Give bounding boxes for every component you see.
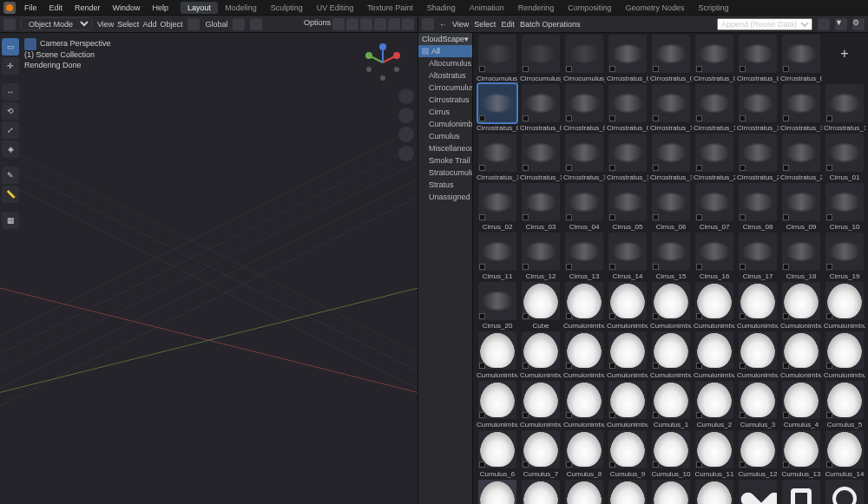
asset-item[interactable]: Cirrus_01 <box>824 134 865 181</box>
asset-thumbnail[interactable] <box>478 183 516 221</box>
asset-grid[interactable]: Cirrocumulus_20Cirrocumulus_21Cirrocumul… <box>473 33 868 504</box>
asset-thumbnail[interactable]: + <box>825 35 864 73</box>
asset-thumbnail[interactable] <box>782 381 820 419</box>
asset-item[interactable]: Cumulus_6 <box>477 430 518 478</box>
nav-gizmo[interactable] <box>364 43 402 82</box>
asset-thumbnail[interactable] <box>739 430 777 468</box>
asset-thumbnail[interactable] <box>652 381 690 419</box>
asset-item[interactable]: Cirrus_12 <box>520 232 562 280</box>
asset-thumbnail[interactable] <box>695 84 733 122</box>
tab-compositing[interactable]: Compositing <box>561 2 618 14</box>
asset-thumbnail[interactable] <box>652 183 690 221</box>
asset-thumbnail[interactable] <box>782 282 820 320</box>
asset-thumbnail[interactable] <box>565 134 603 172</box>
asset-thumbnail[interactable] <box>478 381 516 419</box>
move-tool[interactable]: ↔ <box>2 83 19 101</box>
asset-thumbnail[interactable] <box>652 480 690 504</box>
editor-type-icon[interactable] <box>3 18 16 30</box>
asset-item[interactable]: Cumulonimbus_18 <box>520 381 562 429</box>
mode-select[interactable]: Object Mode <box>21 17 92 30</box>
catalog-cumulonimbus[interactable]: Cumulonimbus <box>418 118 472 130</box>
asset-item[interactable]: Cirrostratus_10 <box>650 84 692 132</box>
asset-thumbnail[interactable] <box>522 331 560 370</box>
asset-thumbnail[interactable] <box>825 183 864 221</box>
asset-item[interactable]: Cumulus_1 <box>650 381 692 429</box>
back-icon[interactable]: ← <box>439 20 447 29</box>
asset-item[interactable]: Cirrus_13 <box>563 232 605 280</box>
asset-item[interactable]: Cumulus_4 <box>780 381 822 429</box>
asset-thumbnail[interactable] <box>652 430 690 468</box>
asset-thumbnail[interactable] <box>739 480 777 504</box>
asset-item[interactable]: Cirrostratus_03 <box>694 35 735 82</box>
asset-thumbnail[interactable] <box>565 232 603 271</box>
asset-item[interactable]: Cirrus_18 <box>780 232 822 280</box>
cursor-tool[interactable]: ✛ <box>2 57 19 75</box>
shading-material-icon[interactable] <box>388 18 400 30</box>
asset-thumbnail[interactable] <box>825 381 864 419</box>
zoom-icon[interactable] <box>398 88 414 104</box>
asset-item[interactable]: + <box>824 35 865 82</box>
asset-item[interactable]: Cirrus_14 <box>607 232 648 280</box>
asset-thumbnail[interactable] <box>739 35 777 73</box>
asset-thumbnail[interactable] <box>608 35 647 73</box>
catalog-all[interactable]: All <box>418 45 472 57</box>
asset-item[interactable]: Cumulonimbus_12 <box>650 331 692 379</box>
asset-thumbnail[interactable] <box>825 134 864 172</box>
asset-item[interactable]: Cumulonimbus_17 <box>477 381 518 429</box>
asset-item[interactable]: Cirrus_06 <box>650 183 692 231</box>
asset-item[interactable]: Cumulus_14 <box>824 430 865 478</box>
asset-thumbnail[interactable] <box>695 183 733 221</box>
perspective-icon[interactable] <box>398 146 414 161</box>
asset-thumbnail[interactable] <box>478 430 516 468</box>
asset-thumbnail[interactable] <box>695 35 733 73</box>
asset-thumbnail[interactable] <box>739 84 777 122</box>
catalog-cirrocumulus[interactable]: Cirrocumulus <box>418 82 472 94</box>
asset-item[interactable]: Cirrocumulus_22 <box>563 35 605 82</box>
filter-icon[interactable]: ▼ <box>835 18 847 30</box>
asset-menu-batch-operations[interactable]: Batch Operations <box>520 20 581 29</box>
asset-item[interactable]: Rectangle <box>780 480 822 504</box>
asset-thumbnail[interactable] <box>652 331 690 370</box>
snap-icon[interactable] <box>233 18 245 30</box>
asset-thumbnail[interactable] <box>565 183 603 221</box>
asset-item[interactable]: Cumulonimbus_15 <box>780 331 822 379</box>
asset-item[interactable]: Cumulonimbus_02 <box>607 282 648 330</box>
asset-thumbnail[interactable] <box>478 35 516 73</box>
asset-item[interactable]: Cumulus_5 <box>824 381 865 429</box>
options-label[interactable]: Options <box>304 18 331 30</box>
asset-item[interactable]: Cirrostratus_17 <box>563 134 605 181</box>
catalog-stratus[interactable]: Stratus <box>418 179 472 191</box>
asset-item[interactable]: Cirrus_04 <box>563 183 605 231</box>
select-tool[interactable]: ▭ <box>2 38 19 56</box>
asset-thumbnail[interactable] <box>522 430 560 468</box>
asset-thumbnail[interactable] <box>522 282 560 320</box>
asset-item[interactable]: Cirrus_05 <box>607 183 648 231</box>
asset-thumbnail[interactable] <box>695 430 733 468</box>
asset-thumbnail[interactable] <box>782 430 820 468</box>
asset-thumbnail[interactable] <box>565 282 603 320</box>
asset-item[interactable]: Cirrostratus_11 <box>694 84 735 132</box>
asset-thumbnail[interactable] <box>478 331 516 370</box>
asset-item[interactable]: Cumulonimbus_07 <box>824 282 865 330</box>
asset-thumbnail[interactable] <box>608 331 647 370</box>
asset-item[interactable]: Cirrus_07 <box>694 183 735 231</box>
asset-thumbnail[interactable] <box>695 480 733 504</box>
asset-thumbnail[interactable] <box>522 134 560 172</box>
tab-animation[interactable]: Animation <box>463 2 511 14</box>
asset-thumbnail[interactable] <box>565 331 603 370</box>
asset-item[interactable]: Cumulonimbus_04 <box>694 282 735 330</box>
tab-geometry-nodes[interactable]: Geometry Nodes <box>618 2 691 14</box>
transform-tool[interactable]: ◈ <box>2 141 19 158</box>
vp-menu-view[interactable]: View <box>97 20 114 29</box>
asset-item[interactable]: Cumulonimbus_05 <box>737 282 779 330</box>
asset-item[interactable]: Cirrostratus_07 <box>520 84 562 132</box>
xray-icon[interactable] <box>346 18 358 30</box>
asset-item[interactable]: Cumulus_10 <box>650 430 692 478</box>
asset-thumbnail[interactable] <box>608 84 647 122</box>
asset-thumbnail[interactable] <box>608 134 647 172</box>
asset-item[interactable]: Cirrostratus_19 <box>650 134 692 181</box>
vp-menu-add[interactable]: Add <box>142 20 156 29</box>
asset-thumbnail[interactable] <box>652 232 690 271</box>
asset-thumbnail[interactable] <box>522 381 560 419</box>
asset-item[interactable]: Cirrus_20 <box>477 282 518 330</box>
